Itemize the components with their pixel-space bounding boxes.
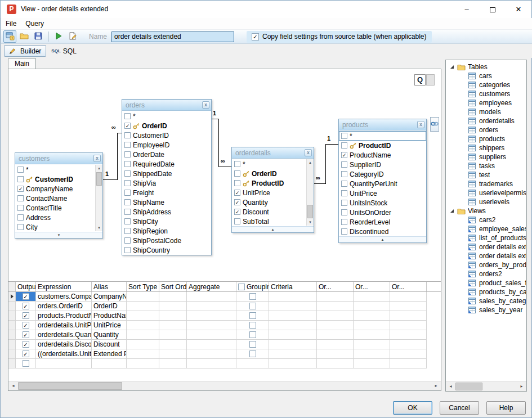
cell-expression[interactable]: customers.Company	[36, 292, 92, 302]
cell-or2[interactable]	[354, 349, 390, 359]
scroll-down-icon[interactable]: ▾	[307, 219, 314, 226]
cell-criteria[interactable]	[269, 321, 317, 330]
field-checkbox[interactable]	[234, 180, 240, 186]
field-row-orderid[interactable]: OrderID	[232, 169, 306, 178]
field-row-unitprice[interactable]: ✓UnitPrice	[232, 188, 306, 197]
tree-item-customers[interactable]: customers	[446, 89, 526, 98]
tree-item-tasks[interactable]: tasks	[446, 161, 526, 170]
field-row-address[interactable]: Address	[15, 213, 95, 222]
cell-expression[interactable]: orderdetails.Discoun	[36, 340, 92, 349]
cell-or3[interactable]	[390, 330, 427, 340]
field-checkbox[interactable]	[341, 209, 347, 215]
field-row-star[interactable]: *	[122, 111, 211, 121]
zoom-aux-button[interactable]	[426, 74, 435, 86]
field-checkbox[interactable]: ✓	[234, 190, 240, 196]
field-checkbox[interactable]	[124, 237, 131, 244]
tree-item-sales-by-catego[interactable]: sales_by_catego	[446, 296, 526, 305]
cell-aggregate[interactable]	[187, 321, 236, 330]
grid-hscroll-thumb[interactable]	[18, 382, 122, 390]
diagram-canvas[interactable]: Q customersx*CustomerID✓CompanyNameConta…	[8, 69, 441, 281]
grid-header-grouping[interactable]: Grouping	[236, 282, 269, 291]
field-row-shippostalcode[interactable]: ShipPostalCode	[122, 236, 211, 245]
cell-aggregate[interactable]	[187, 302, 236, 311]
field-row-city[interactable]: City	[15, 222, 95, 232]
cell-alias[interactable]: Discount	[92, 340, 127, 349]
tree-item-product-sales-fo[interactable]: product_sales_fo	[446, 278, 526, 287]
cell-sort_type[interactable]	[127, 302, 159, 311]
grid-header-criteria[interactable]: Criteria	[269, 282, 317, 291]
cell-criteria[interactable]	[269, 311, 317, 321]
field-checkbox[interactable]	[124, 170, 131, 177]
cell-sort_type[interactable]	[127, 359, 159, 368]
ok-button[interactable]: OK	[393, 401, 432, 415]
grid-header-or3[interactable]: Or...	[390, 282, 427, 291]
grid-header-sort_type[interactable]: Sort Type	[127, 282, 159, 291]
cell-sort_order[interactable]	[159, 330, 187, 340]
cell-or2[interactable]	[354, 311, 390, 321]
field-checkbox[interactable]	[17, 195, 24, 201]
cell-grouping[interactable]	[236, 292, 269, 302]
field-row-subtotal[interactable]: SubTotal	[232, 217, 306, 226]
expand-caret-icon[interactable]	[450, 209, 454, 213]
cell-output[interactable]: ✓	[16, 330, 36, 340]
cell-grouping[interactable]	[236, 311, 269, 321]
close-button[interactable]: ✕	[506, 1, 531, 18]
close-table-icon[interactable]: x	[202, 101, 209, 109]
tree-item-cars[interactable]: cars	[446, 71, 526, 80]
cell-alias[interactable]: CompanyNa	[92, 292, 127, 302]
cell-output[interactable]: ✓	[16, 311, 36, 321]
cell-aggregate[interactable]	[187, 349, 236, 359]
field-row-shipname[interactable]: ShipName	[122, 197, 211, 207]
scroll-right-icon[interactable]: ▸	[431, 381, 441, 390]
cell-sort_order[interactable]	[159, 359, 187, 368]
cell-alias[interactable]: Quantity	[92, 330, 127, 340]
scroll-up-icon[interactable]: ▴	[307, 159, 314, 166]
output-checkbox[interactable]	[23, 360, 29, 367]
menu-query[interactable]: Query	[21, 18, 48, 29]
scroll-down-strip[interactable]: ▾	[15, 232, 102, 238]
cell-sort_type[interactable]	[127, 349, 159, 359]
field-checkbox[interactable]	[17, 167, 24, 173]
cell-or3[interactable]	[390, 292, 427, 302]
diagram-table-customers[interactable]: customersx*CustomerID✓CompanyNameContact…	[15, 152, 103, 239]
field-row-shipaddress[interactable]: ShipAddress	[122, 207, 211, 217]
field-row-discount[interactable]: ✓Discount	[232, 207, 306, 217]
cell-output[interactable]: ✓	[16, 349, 36, 359]
links-button[interactable]	[430, 117, 439, 132]
cell-sort_type[interactable]	[127, 321, 159, 330]
field-row-orderid[interactable]: ✓OrderID	[122, 121, 211, 131]
grid-header-or2[interactable]: Or...	[354, 282, 390, 291]
field-checkbox[interactable]	[124, 132, 131, 138]
scroll-up-strip[interactable]: ▴	[339, 236, 426, 242]
builder-tab[interactable]: Builder	[4, 45, 46, 57]
cell-or1[interactable]	[317, 359, 354, 368]
field-row-customerid[interactable]: CustomerID	[15, 174, 95, 184]
tree-item-categories[interactable]: categories	[446, 80, 526, 89]
field-checkbox[interactable]	[17, 214, 24, 221]
field-checkbox[interactable]: ✓	[341, 152, 347, 158]
cell-grouping[interactable]	[236, 349, 269, 359]
field-checkbox[interactable]	[17, 205, 24, 211]
cell-grouping[interactable]	[236, 321, 269, 330]
copy-settings-checkbox[interactable]: ✓	[252, 33, 259, 41]
cell-sort_order[interactable]	[159, 292, 187, 302]
name-input[interactable]	[111, 32, 234, 42]
field-checkbox[interactable]	[341, 200, 347, 206]
query-builder-button[interactable]	[3, 30, 16, 43]
field-row-productid[interactable]: ProductID	[339, 141, 426, 150]
field-row-customerid[interactable]: CustomerID	[122, 131, 211, 140]
field-row-shipcity[interactable]: ShipCity	[122, 217, 211, 226]
field-row-star[interactable]: *	[232, 159, 306, 169]
tree-item-employee-sales-[interactable]: employee_sales_	[446, 224, 526, 233]
table-header[interactable]: productsx	[339, 119, 426, 131]
output-checkbox[interactable]: ✓	[23, 293, 29, 300]
field-checkbox[interactable]	[341, 171, 347, 177]
field-checkbox[interactable]	[341, 142, 347, 149]
open-button[interactable]	[17, 30, 30, 43]
cell-aggregate[interactable]	[187, 359, 236, 368]
field-row-productname[interactable]: ✓ProductName	[339, 150, 426, 160]
cell-alias[interactable]: ProductNam	[92, 311, 127, 321]
tree-section-views[interactable]: Views	[446, 206, 526, 215]
diagram-table-orderdetails[interactable]: orderdetailsx*OrderIDProductID✓UnitPrice…	[231, 147, 314, 233]
cell-or2[interactable]	[354, 302, 390, 311]
